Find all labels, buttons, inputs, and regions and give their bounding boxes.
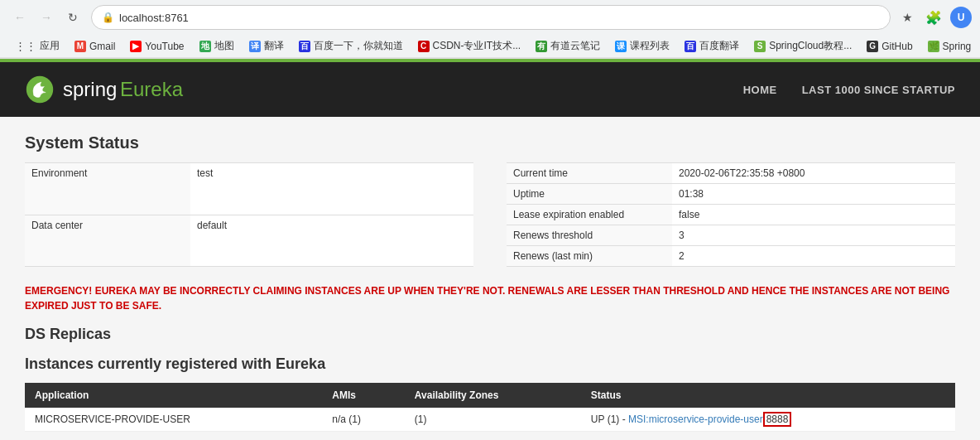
col-availability-zones: Availability Zones	[405, 383, 581, 408]
bookmark-gmail-label: Gmail	[89, 41, 115, 52]
status-link[interactable]: MSI:microservice-provide-user	[628, 413, 763, 425]
bookmark-csdn[interactable]: C CSDN-专业IT技术...	[411, 37, 528, 55]
bookmark-spring-label: Spring	[943, 41, 972, 52]
spring-icon: 🌿	[928, 41, 939, 52]
renews-threshold-label: Renews threshold	[507, 225, 672, 246]
renews-threshold-value: 3	[672, 225, 955, 246]
ds-replicas-title: DS Replicas	[25, 326, 955, 343]
bookmark-baidu-translate[interactable]: 百 百度翻译	[678, 37, 746, 55]
dc-label: Data center	[25, 215, 190, 267]
eureka-nav: HOME LAST 1000 SINCE STARTUP	[743, 84, 955, 96]
table-row: Current time 2020-02-06T22:35:58 +0800	[507, 163, 955, 184]
bookmark-springcloud-label: SpringCloud教程...	[769, 39, 852, 53]
renews-last-min-value: 2	[672, 246, 955, 267]
table-row: Environment test	[25, 163, 473, 215]
bookmark-spring[interactable]: 🌿 Spring	[921, 39, 978, 54]
csdn-icon: C	[418, 41, 430, 52]
url-text: localhost:8761	[119, 12, 880, 24]
col-application: Application	[25, 383, 322, 408]
bookmark-csdn-label: CSDN-专业IT技术...	[433, 39, 521, 53]
main-content: System Status Environment test Data cent…	[0, 117, 980, 440]
bookmark-github[interactable]: G GitHub	[860, 39, 919, 54]
bookmark-baidu-label: 百度一下，你就知道	[314, 39, 403, 53]
table-row: Renews threshold 3	[507, 225, 955, 246]
course-icon: 课	[615, 41, 627, 52]
current-time-label: Current time	[507, 163, 672, 184]
lock-icon: 🔒	[102, 12, 114, 23]
status-table-right: Current time 2020-02-06T22:35:58 +0800 U…	[507, 162, 955, 267]
url-bar[interactable]: 🔒 localhost:8761	[91, 5, 891, 30]
bookmark-apps[interactable]: ⋮⋮ 应用	[8, 37, 66, 55]
bookmark-course-label: 课程列表	[630, 39, 670, 53]
col-amis: AMIs	[322, 383, 405, 408]
table-row: Renews (last min) 2	[507, 246, 955, 267]
uptime-value: 01:38	[672, 184, 955, 205]
amis-value: n/a (1)	[322, 408, 405, 432]
env-label: Environment	[25, 163, 190, 215]
youdao-icon: 有	[536, 41, 547, 52]
bookmark-youdao[interactable]: 有 有道云笔记	[529, 37, 607, 55]
logo-text: spring Eureka	[63, 78, 183, 101]
nav-home-link[interactable]: HOME	[743, 84, 777, 96]
uptime-label: Uptime	[507, 184, 672, 205]
bookmark-youtube[interactable]: ▶ YouTube	[123, 39, 190, 54]
baidu-translate-icon: 百	[685, 41, 696, 52]
back-button[interactable]: ←	[8, 6, 31, 29]
baidu-icon: 百	[299, 41, 310, 52]
profile-icon[interactable]: U	[950, 7, 972, 28]
renews-last-min-label: Renews (last min)	[507, 246, 672, 267]
github-icon: G	[867, 41, 878, 52]
bookmark-youdao-label: 有道云笔记	[550, 39, 600, 53]
bookmark-course[interactable]: 课 课程列表	[608, 37, 676, 55]
bookmark-youtube-label: YouTube	[145, 41, 184, 52]
bookmark-springcloud[interactable]: S SpringCloud教程...	[747, 37, 858, 55]
table-row: MICROSERVICE-PROVIDE-USER n/a (1) (1) UP…	[25, 408, 955, 432]
table-header-row: Application AMIs Availability Zones Stat…	[25, 383, 955, 408]
table-row: Lease expiration enabled false	[507, 205, 955, 225]
emergency-message: EMERGENCY! EUREKA MAY BE INCORRECTLY CLA…	[25, 283, 955, 313]
apps-grid-icon: ⋮⋮	[15, 40, 36, 52]
spring-logo-icon	[25, 75, 55, 104]
bookmark-maps-label: 地图	[214, 39, 234, 53]
bookmark-maps[interactable]: 地 地图	[193, 37, 241, 55]
logo-spring: spring	[63, 78, 117, 100]
gmail-icon: M	[74, 41, 86, 52]
bookmark-baidu[interactable]: 百 百度一下，你就知道	[292, 37, 410, 55]
status-value: UP (1) - MSI:microservice-provide-user88…	[581, 408, 955, 432]
env-value: test	[190, 163, 473, 215]
table-row: Uptime 01:38	[507, 184, 955, 205]
bookmark-gmail[interactable]: M Gmail	[68, 39, 122, 54]
eureka-header: spring Eureka HOME LAST 1000 SINCE START…	[0, 62, 980, 117]
bookmark-translate-label: 翻译	[264, 39, 284, 53]
bookmark-apps-label: 应用	[40, 39, 60, 53]
nav-buttons: ← → ↻	[8, 6, 84, 29]
nav-last-1000-link[interactable]: LAST 1000 SINCE STARTUP	[802, 84, 955, 96]
reload-button[interactable]: ↻	[61, 6, 84, 29]
table-row: Data center default	[25, 215, 473, 267]
bookmark-baidu-translate-label: 百度翻译	[699, 39, 739, 53]
az-value: (1)	[405, 408, 581, 432]
lease-value: false	[672, 205, 955, 225]
instances-title: Instances currently registered with Eure…	[25, 355, 955, 373]
browser-toolbar: ← → ↻ 🔒 localhost:8761 ★ 🧩 U	[0, 0, 980, 35]
system-status-section: System Status Environment test Data cent…	[25, 133, 955, 267]
bookmark-github-label: GitHub	[882, 41, 912, 52]
dc-value: default	[190, 215, 473, 267]
col-status: Status	[581, 383, 955, 408]
status-grid: Environment test Data center default Cur…	[25, 162, 955, 267]
system-status-title: System Status	[25, 133, 955, 152]
port-highlight: 8888	[763, 412, 792, 427]
extension-icon[interactable]: 🧩	[924, 7, 944, 27]
status-prefix: UP (1) -	[591, 413, 628, 425]
logo-eureka: Eureka	[120, 78, 183, 100]
lease-label: Lease expiration enabled	[507, 205, 672, 225]
browser-chrome: ← → ↻ 🔒 localhost:8761 ★ 🧩 U ⋮⋮ 应用 M Gma…	[0, 0, 980, 59]
forward-button[interactable]: →	[35, 6, 58, 29]
eureka-logo: spring Eureka	[25, 75, 183, 104]
bookmark-translate[interactable]: 译 翻译	[243, 37, 291, 55]
app-name: MICROSERVICE-PROVIDE-USER	[25, 408, 322, 432]
translate-icon: 译	[249, 41, 261, 52]
youtube-icon: ▶	[130, 41, 142, 52]
bookmark-star-icon[interactable]: ★	[897, 7, 917, 27]
current-time-value: 2020-02-06T22:35:58 +0800	[672, 163, 955, 184]
